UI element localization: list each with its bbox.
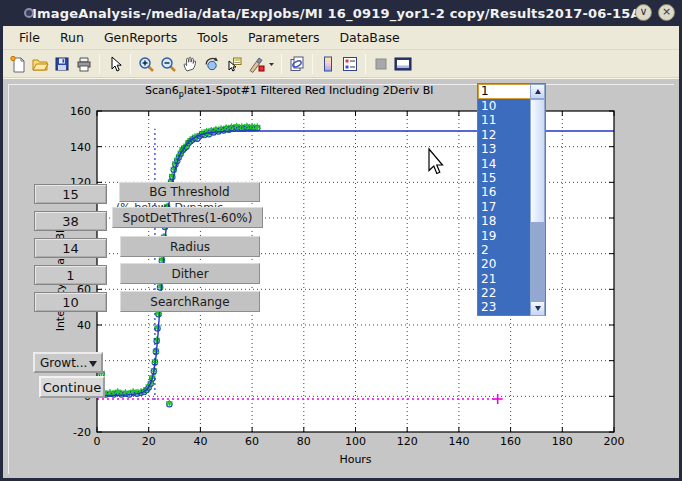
open-file-icon[interactable] — [29, 53, 51, 75]
close-button[interactable]: × — [658, 4, 675, 21]
menu-database[interactable]: DataBase — [329, 28, 409, 47]
spot-list-item-20[interactable]: 20 — [478, 257, 532, 271]
spot-list-item-19[interactable]: 19 — [478, 229, 532, 243]
spot-list-item-16[interactable]: 16 — [478, 185, 532, 199]
toolbar-separator — [99, 54, 100, 74]
growth-popup-label: Growt... — [40, 356, 87, 370]
menu-parameters[interactable]: Parameters — [238, 28, 330, 47]
brush-icon[interactable] — [245, 53, 267, 75]
param-input-radius[interactable] — [34, 238, 107, 258]
data-cursor-icon[interactable] — [223, 53, 245, 75]
toolbar-separator — [130, 54, 131, 74]
spot-list-item-18[interactable]: 18 — [478, 214, 532, 228]
shade-button[interactable]: ∨ — [635, 4, 652, 21]
param-label-radius[interactable]: Radius — [120, 236, 260, 257]
spot-list-item-14[interactable]: 14 — [478, 157, 532, 171]
pointer-icon[interactable] — [104, 53, 126, 75]
growth-popup-menu[interactable]: Growt... — [33, 352, 103, 373]
spot-list-item-2[interactable]: 2 — [478, 243, 532, 257]
spot-list-item-21[interactable]: 21 — [478, 272, 532, 286]
toolbar-separator — [312, 54, 313, 74]
window-left-border — [0, 0, 3, 481]
param-input-bg-threshold[interactable] — [34, 184, 107, 204]
spot-list-item-22[interactable]: 22 — [478, 286, 532, 300]
dock-figure-icon[interactable] — [392, 53, 414, 75]
param-input-searchrange[interactable] — [34, 292, 107, 312]
menu-genreports[interactable]: GenReports — [94, 28, 187, 47]
spot-list-item-17[interactable]: 17 — [478, 200, 532, 214]
rotate-3d-icon[interactable] — [201, 53, 223, 75]
pan-icon[interactable] — [179, 53, 201, 75]
scrollbar-track[interactable] — [530, 223, 545, 301]
scroll-up-button[interactable] — [530, 84, 545, 99]
colorbar-icon[interactable] — [317, 53, 339, 75]
spot-list-item-12[interactable]: 12 — [478, 128, 532, 142]
toolbar — [3, 50, 679, 78]
spot-list-item-13[interactable]: 13 — [478, 142, 532, 156]
param-input-spotdetthres-1-60-[interactable] — [34, 211, 107, 231]
param-label-dither[interactable]: Dither — [120, 263, 260, 284]
zoom-out-icon[interactable] — [157, 53, 179, 75]
spot-selected-item[interactable]: 1 — [478, 84, 532, 99]
spot-list-item-11[interactable]: 11 — [478, 113, 532, 127]
param-label-searchrange[interactable]: SearchRange — [120, 291, 260, 312]
menu-tools[interactable]: Tools — [187, 28, 238, 47]
param-label-bg-threshold[interactable]: BG Threshold — [119, 182, 260, 202]
window-menu-icon[interactable] — [24, 8, 34, 18]
spot-list-item-23[interactable]: 23 — [478, 300, 532, 314]
menu-bar: FileRunGenReportsToolsParametersDataBase — [3, 26, 679, 50]
hide-plot-tools-icon[interactable] — [370, 53, 392, 75]
window-title: ImageAnalysis-/media/data/ExpJobs/MI 16_… — [32, 6, 650, 21]
legend-icon[interactable] — [339, 53, 361, 75]
scroll-down-button[interactable] — [530, 301, 545, 316]
app-window: ImageAnalysis-/media/data/ExpJobs/MI 16_… — [0, 0, 682, 481]
new-file-icon[interactable] — [7, 53, 29, 75]
param-input-dither[interactable] — [34, 265, 107, 285]
menu-run[interactable]: Run — [50, 28, 94, 47]
figure-frame — [8, 84, 674, 474]
param-label-spotdetthres-1-60-[interactable]: SpotDetThres(1-60%) — [112, 207, 263, 228]
spot-number-dropdown: 1 10111213141516171819220212223 — [477, 83, 546, 316]
save-icon[interactable] — [51, 53, 73, 75]
toolbar-separator — [365, 54, 366, 74]
menu-file[interactable]: File — [9, 28, 50, 47]
toolbar-separator — [281, 54, 282, 74]
link-plots-icon[interactable] — [286, 53, 308, 75]
chevron-down-icon — [89, 361, 97, 367]
print-icon[interactable] — [73, 53, 95, 75]
brush-caret-icon[interactable] — [267, 53, 277, 75]
spot-list-item-10[interactable]: 10 — [478, 99, 532, 113]
spot-list-item-15[interactable]: 15 — [478, 171, 532, 185]
zoom-in-icon[interactable] — [135, 53, 157, 75]
continue-button[interactable]: Continue — [39, 376, 105, 398]
scrollbar-thumb[interactable] — [530, 99, 545, 223]
title-bar: ImageAnalysis-/media/data/ExpJobs/MI 16_… — [0, 0, 682, 26]
